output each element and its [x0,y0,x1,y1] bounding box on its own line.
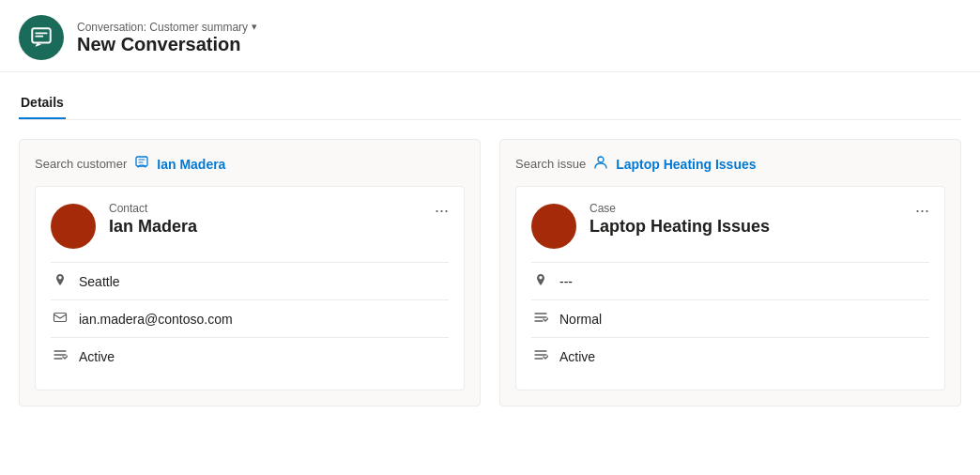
header-subtitle: Conversation: Customer summary ▾ [77,21,257,34]
issue-search-icon [593,155,608,173]
issue-card-name: Laptop Heating Issues [590,217,915,237]
customer-email: ian.madera@contoso.com [79,312,233,327]
issue-priority-value: Normal [559,312,602,327]
customer-search-label: Search customer [35,157,127,171]
customer-detail-email: ian.madera@contoso.com [51,299,449,337]
issue-status-icon [531,347,550,365]
issue-id-icon [531,272,550,290]
customer-detail-location: Seattle [51,262,449,299]
header-title: New Conversation [77,34,257,55]
issue-panel: Search issue Laptop Heating Issues Case … [499,139,961,406]
customer-card: Contact Ian Madera ··· Seattle [35,186,465,391]
customer-location: Seattle [79,274,120,289]
customer-card-header: Contact Ian Madera ··· [51,202,449,249]
issue-detail-id: --- [531,262,929,299]
svg-rect-2 [36,36,44,38]
subtitle-text: Conversation: Customer summary [77,21,248,34]
tab-bar: Details [19,87,961,120]
issue-more-button[interactable]: ··· [915,202,929,219]
status-icon [51,347,69,365]
location-icon [51,272,69,290]
issue-id-value: --- [559,274,573,289]
customer-search-value[interactable]: Ian Madera [157,157,225,172]
tab-details[interactable]: Details [19,87,66,119]
app-icon [19,15,64,60]
svg-point-5 [598,157,604,162]
conversation-icon [29,25,54,50]
customer-card-info: Contact Ian Madera [109,202,435,237]
svg-rect-0 [32,28,51,42]
svg-rect-1 [36,33,48,35]
tabs-section: Details [0,87,980,120]
customer-avatar [51,204,96,249]
issue-detail-priority: Normal [531,299,929,337]
issue-status-value: Active [559,349,595,364]
main-content: Search customer Ian Madera Contact Ian M… [0,120,980,425]
customer-card-name: Ian Madera [109,217,435,237]
svg-rect-4 [54,314,67,322]
customer-card-type: Contact [109,202,435,215]
customer-status: Active [79,349,115,364]
app-header: Conversation: Customer summary ▾ New Con… [0,0,980,72]
chevron-down-icon[interactable]: ▾ [252,21,257,33]
issue-search-row: Search issue Laptop Heating Issues [515,155,945,173]
customer-search-row: Search customer Ian Madera [35,155,465,173]
email-icon [51,310,69,328]
issue-search-label: Search issue [515,157,586,171]
issue-avatar [531,204,576,249]
issue-search-value[interactable]: Laptop Heating Issues [616,157,756,172]
customer-detail-status: Active [51,337,449,375]
customer-search-icon [134,155,149,173]
customer-panel: Search customer Ian Madera Contact Ian M… [19,139,481,406]
issue-card-type: Case [590,202,915,215]
header-text-group: Conversation: Customer summary ▾ New Con… [77,21,257,55]
issue-card: Case Laptop Heating Issues ··· --- [515,186,945,391]
priority-icon [531,310,550,328]
issue-card-header: Case Laptop Heating Issues ··· [531,202,929,249]
customer-more-button[interactable]: ··· [435,202,449,219]
issue-detail-status: Active [531,337,929,375]
issue-card-info: Case Laptop Heating Issues [590,202,915,237]
